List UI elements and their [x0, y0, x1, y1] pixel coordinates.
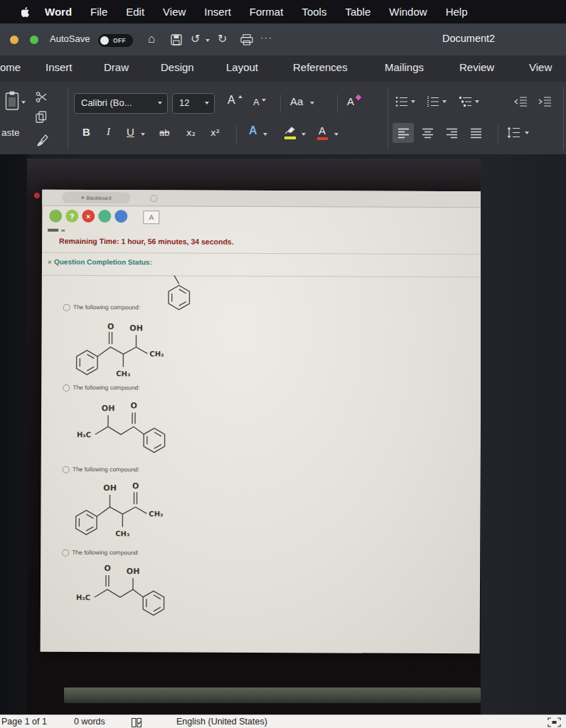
spellcheck-icon[interactable] [131, 717, 142, 728]
shrink-font-button[interactable]: A [253, 97, 260, 107]
browser-tab: Blackboard [62, 192, 130, 203]
menu-item-window[interactable]: Window [389, 6, 427, 18]
svg-text:CH₃: CH₃ [149, 350, 164, 358]
document-title: Document2 [442, 33, 495, 44]
answer-option-label: The following compound: [72, 549, 139, 556]
paste-clipboard-icon[interactable] [4, 90, 21, 112]
compound-structure-4: H₃C O OH [73, 557, 212, 628]
undo-chevron-icon[interactable] [205, 39, 210, 42]
photographed-browser-screen: Blackboard ? × A Remaining Time: 1 hour,… [41, 190, 481, 654]
menu-item-help[interactable]: Help [446, 6, 468, 18]
tab-design[interactable]: Design [161, 61, 194, 73]
bullet-list-icon[interactable] [395, 96, 408, 107]
tab-references[interactable]: References [293, 61, 348, 73]
svg-text:O: O [104, 564, 110, 573]
bullet-list-chevron-icon [411, 100, 415, 103]
numbered-list-icon[interactable] [427, 96, 439, 107]
zoom-button[interactable] [30, 36, 38, 44]
menu-item-word[interactable]: Word [45, 6, 72, 18]
font-color-bar [317, 137, 328, 140]
tab-view[interactable]: View [529, 61, 552, 73]
save-icon[interactable] [171, 34, 182, 46]
justify-button[interactable] [470, 128, 482, 139]
autosave-toggle[interactable]: OFF [98, 34, 133, 47]
line-spacing-icon[interactable] [506, 127, 520, 139]
svg-text:OH: OH [102, 404, 115, 413]
language-indicator[interactable]: English (United States) [176, 717, 267, 727]
svg-text:H₃C: H₃C [76, 594, 90, 601]
svg-text:CH₃: CH₃ [149, 510, 163, 518]
cut-icon[interactable] [36, 91, 48, 103]
favicon-icon [81, 196, 84, 199]
answer-radio [63, 385, 70, 392]
svg-text:H₃C: H₃C [77, 431, 91, 439]
superscript-button[interactable]: x² [210, 127, 220, 138]
format-painter-icon[interactable] [36, 133, 48, 147]
font-size-a-button: A [143, 210, 159, 224]
ribbon: aste Calibri (Bo... 12 A A Aa A B I U ab… [0, 82, 566, 154]
italic-button[interactable]: I [107, 126, 110, 138]
page-count[interactable]: Page 1 of 1 [1, 717, 47, 727]
multilevel-list-chevron-icon [475, 100, 479, 103]
multilevel-list-icon[interactable] [459, 96, 472, 107]
paste-button-label[interactable]: aste [1, 127, 20, 138]
menu-item-view[interactable]: View [163, 6, 186, 18]
text-effects-button[interactable]: A [249, 124, 257, 137]
tab-layout[interactable]: Layout [226, 61, 258, 73]
redo-icon[interactable]: ↻ [218, 33, 227, 46]
remaining-time-text: Remaining Time: 1 hour, 56 minutes, 34 s… [59, 237, 234, 246]
menu-item-table[interactable]: Table [345, 6, 370, 18]
increase-indent-icon[interactable] [538, 96, 552, 107]
change-case-button[interactable]: Aa [290, 95, 303, 107]
help-circle-icon: ? [65, 210, 78, 223]
partial-benzene-structure [147, 275, 213, 311]
focus-mode-icon[interactable] [548, 717, 561, 727]
font-name-select[interactable]: Calibri (Bo... [74, 93, 168, 114]
minimize-button[interactable] [10, 36, 18, 44]
question-completion-status: Question Completion Status: [54, 258, 152, 267]
bold-button[interactable]: B [82, 126, 90, 138]
menu-item-tools[interactable]: Tools [301, 6, 326, 18]
tab-home[interactable]: ome [0, 61, 21, 73]
word-count[interactable]: 0 words [74, 717, 105, 727]
grow-font-button[interactable]: A [228, 94, 235, 107]
tab-insert[interactable]: Insert [46, 61, 73, 73]
answer-option-label: The following compound: [73, 304, 141, 311]
strikethrough-button[interactable]: ab [159, 127, 169, 138]
tab-circle-icon [150, 195, 157, 202]
more-commands-icon[interactable]: ··· [260, 32, 273, 43]
tab-review[interactable]: Review [459, 61, 494, 73]
subscript-button[interactable]: x₂ [186, 127, 196, 138]
tab-draw[interactable]: Draw [104, 61, 129, 73]
align-center-button[interactable] [422, 128, 434, 139]
menu-item-insert[interactable]: Insert [204, 6, 231, 18]
font-color-button[interactable]: A [319, 124, 326, 136]
font-size-select[interactable]: 12 [172, 93, 215, 114]
undo-icon[interactable]: ↺ [191, 33, 200, 46]
compound-structure-3: OH O CH₃ CH₃ [69, 473, 193, 548]
underline-button[interactable]: U [127, 126, 134, 138]
svg-text:O: O [132, 481, 139, 491]
align-right-button[interactable] [446, 128, 458, 139]
embedded-photo[interactable]: Blackboard ? × A Remaining Time: 1 hour,… [27, 159, 481, 714]
decrease-indent-icon[interactable] [513, 96, 528, 107]
underline-chevron-icon[interactable] [141, 133, 145, 136]
align-left-button[interactable] [397, 128, 410, 139]
menu-item-format[interactable]: Format [250, 6, 284, 18]
clear-formatting-button[interactable]: A [347, 95, 354, 107]
print-icon[interactable] [240, 34, 253, 46]
clear-formatting-eraser-icon [356, 95, 361, 100]
paste-chevron-icon[interactable] [21, 101, 26, 104]
group-divider [68, 87, 68, 150]
menu-item-file[interactable]: File [90, 6, 107, 18]
apple-logo-icon[interactable] [21, 6, 31, 18]
highlight-color-icon[interactable] [284, 124, 297, 134]
tab-mailings[interactable]: Mailings [385, 61, 424, 73]
status-bar: Page 1 of 1 0 words English (United Stat… [0, 714, 566, 728]
menu-item-edit[interactable]: Edit [126, 6, 144, 18]
text-effects-chevron-icon [263, 133, 267, 136]
record-dot-icon [34, 193, 40, 198]
home-icon[interactable]: ⌂ [148, 33, 155, 46]
document-canvas[interactable]: Blackboard ? × A Remaining Time: 1 hour,… [0, 154, 566, 714]
copy-icon[interactable] [36, 111, 47, 123]
